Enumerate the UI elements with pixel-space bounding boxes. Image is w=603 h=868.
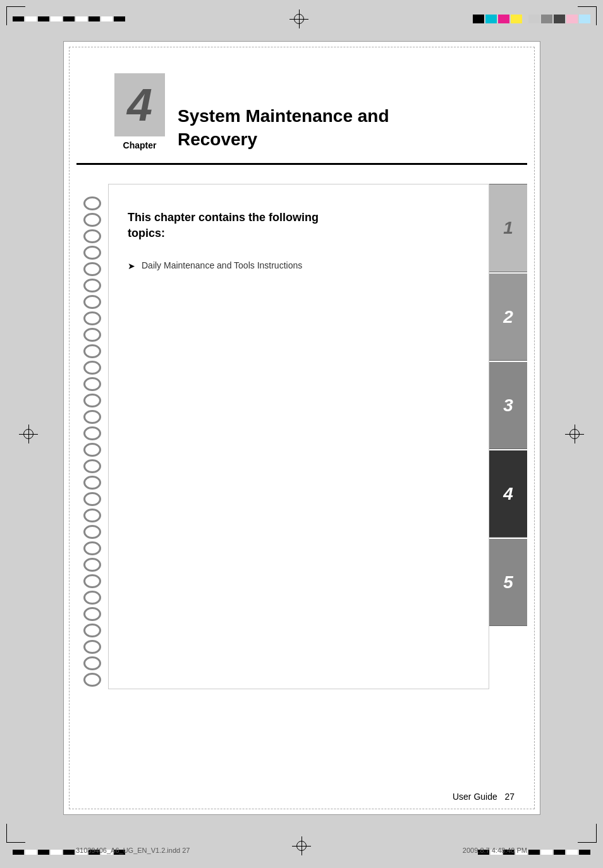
list-arrow-icon: ➤ (128, 261, 135, 271)
corner-mark-tl (6, 6, 38, 38)
dash-white (76, 16, 87, 21)
bottom-crosshair (292, 836, 311, 855)
ring (83, 541, 101, 555)
mid-right-crosshair (565, 425, 584, 443)
dash-white (101, 16, 113, 21)
ring (83, 492, 101, 506)
ring (83, 673, 101, 687)
color-bar-lgray (528, 15, 540, 23)
ring (83, 246, 101, 260)
notebook-intro: This chapter contains the following topi… (128, 210, 470, 241)
color-bar-mgray (541, 15, 552, 23)
ring (83, 229, 101, 243)
ring (83, 361, 101, 375)
ring (83, 525, 101, 539)
dash-white (51, 16, 62, 21)
ring (83, 607, 101, 621)
dash-black (88, 16, 100, 21)
ring (83, 443, 101, 457)
ring (83, 558, 101, 572)
dash (38, 850, 49, 855)
ring (83, 640, 101, 654)
color-bar-cyan (485, 15, 497, 23)
crosshair-circle (570, 429, 580, 439)
rings-column (76, 184, 108, 689)
chapter-number-box: 4 (114, 73, 165, 136)
tab-2: 2 (489, 272, 527, 361)
dash (51, 850, 62, 855)
dash (541, 850, 552, 855)
notebook-area: This chapter contains the following topi… (76, 184, 527, 689)
dash (566, 850, 578, 855)
bottom-datetime: 2009.8.7 4:48:40 PM (463, 847, 527, 854)
color-bar-yellow (511, 15, 522, 23)
dash (579, 850, 590, 855)
color-bar-magenta (498, 15, 509, 23)
main-page: 4 Chapter System Maintenance and Recover… (63, 41, 540, 815)
footer-label: User Guide (453, 792, 497, 802)
dash (554, 850, 565, 855)
ring (83, 509, 101, 522)
ring (83, 476, 101, 490)
ring (83, 656, 101, 670)
tab-number-5: 5 (503, 572, 513, 593)
intro-line2: topics: (128, 227, 165, 239)
dash-black (63, 16, 75, 21)
top-bar (0, 0, 603, 38)
mid-left-crosshair (19, 425, 38, 443)
crosshair-circle (296, 841, 307, 851)
tab-number-1: 1 (503, 218, 513, 238)
ring (83, 426, 101, 440)
ring (83, 262, 101, 276)
ring (83, 196, 101, 210)
ring (83, 574, 101, 588)
tab-number-4: 4 (503, 484, 513, 504)
notebook-content: This chapter contains the following topi… (108, 184, 489, 689)
page-footer: User Guide 27 (453, 792, 515, 802)
chapter-number: 4 (127, 82, 152, 128)
corner-line (578, 6, 597, 25)
ring (83, 328, 101, 342)
tab-5: 5 (489, 538, 527, 626)
crosshair-circle (23, 429, 34, 439)
list-item-text: Daily Maintenance and Tools Instructions (142, 260, 302, 270)
ring (83, 279, 101, 292)
ring (83, 311, 101, 325)
dash (528, 850, 540, 855)
intro-line1: This chapter contains the following (128, 211, 319, 224)
top-center-crosshair (289, 9, 308, 28)
corner-line (6, 6, 25, 25)
tabs-column: 1 2 3 4 5 (489, 184, 527, 689)
ring (83, 410, 101, 424)
crosshair-circle (294, 14, 304, 24)
footer-page-number: 27 (504, 792, 515, 802)
corner-mark-tr (565, 6, 597, 38)
tab-4-active: 4 (489, 449, 527, 538)
tab-number-3: 3 (503, 395, 513, 416)
list-item: ➤ Daily Maintenance and Tools Instructio… (128, 260, 470, 271)
ring (83, 591, 101, 605)
color-bar-dgray (554, 15, 565, 23)
dash-black (114, 16, 125, 21)
tab-3: 3 (489, 361, 527, 449)
ring (83, 394, 101, 407)
tab-number-2: 2 (503, 307, 513, 327)
ring (83, 459, 101, 473)
dash (13, 850, 24, 855)
ring (83, 344, 101, 358)
dash-black (38, 16, 49, 21)
ring (83, 377, 101, 391)
ring (83, 213, 101, 227)
ring (83, 295, 101, 309)
color-bar-black (473, 15, 484, 23)
tab-1: 1 (489, 184, 527, 272)
dash (25, 850, 37, 855)
bottom-filename: 31039406_A6_UG_EN_V1.2.indd 27 (76, 847, 190, 854)
dash (63, 850, 75, 855)
ring (83, 624, 101, 637)
